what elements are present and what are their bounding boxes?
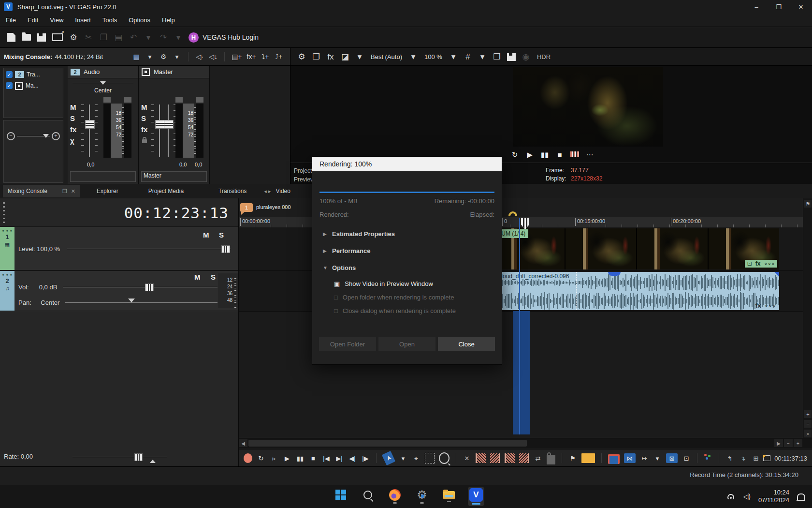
record[interactable] bbox=[244, 453, 252, 463]
pan-slider-handle[interactable] bbox=[128, 299, 135, 302]
event-fx-icon[interactable]: fx bbox=[755, 260, 761, 267]
checkbox-icon[interactable]: ✓ bbox=[6, 82, 13, 89]
rate-slider[interactable] bbox=[72, 457, 167, 457]
more-icon[interactable]: ∘∘∘ bbox=[765, 302, 776, 309]
volume-icon[interactable]: ◁) bbox=[743, 493, 750, 500]
pan-crop-icon[interactable]: ⊡ bbox=[747, 260, 752, 267]
taskbar-explorer[interactable] bbox=[441, 487, 457, 506]
volume-slider-handle[interactable] bbox=[145, 284, 154, 291]
loop-playback[interactable]: ↻ bbox=[510, 149, 519, 160]
video-output-fx[interactable]: fx bbox=[326, 51, 335, 62]
tab-video[interactable]: Video bbox=[271, 185, 295, 197]
insert-marker[interactable]: ⚑ bbox=[568, 453, 577, 463]
audio-event-clip[interactable]: p_loud_drift_corrected-0.096 fx∘∘∘ bbox=[483, 272, 779, 310]
solo-button[interactable]: S bbox=[219, 231, 224, 239]
fx-button[interactable]: fx bbox=[141, 126, 151, 134]
minimize-button[interactable]: – bbox=[745, 0, 768, 14]
play[interactable]: ▶ bbox=[283, 453, 291, 463]
track-header-video[interactable]: ● ● ● 1 ▦ M S Level: 100,0 % bbox=[0, 226, 238, 270]
menu-options[interactable]: Options bbox=[123, 16, 156, 24]
loop-playback[interactable]: ↻ bbox=[257, 453, 265, 463]
envelope-edit-tool[interactable]: ⌖ bbox=[412, 453, 420, 463]
auto-crossfade[interactable]: ⋈ bbox=[624, 453, 636, 463]
notifications-bell-icon[interactable] bbox=[797, 493, 805, 500]
preview-quality-dropdown[interactable]: ▾ bbox=[409, 51, 418, 62]
pan-handle[interactable] bbox=[100, 81, 106, 85]
play-from-start[interactable]: ▹ bbox=[270, 453, 278, 463]
vegas-hub-login[interactable]: VEGAS Hub Login bbox=[203, 33, 259, 41]
mute-button[interactable]: M bbox=[141, 104, 151, 111]
vertical-scrollbar[interactable]: ⚑ + − ⌕ bbox=[803, 198, 812, 438]
playhead-line[interactable] bbox=[519, 218, 520, 434]
slip-trim-start[interactable] bbox=[505, 453, 515, 463]
volume-fader[interactable] bbox=[81, 105, 98, 157]
close-button[interactable]: Close bbox=[438, 337, 495, 351]
menu-edit[interactable]: Edit bbox=[22, 16, 44, 24]
open-project[interactable] bbox=[22, 34, 31, 41]
mixer-views[interactable]: ▦ bbox=[132, 51, 141, 62]
strip-footer[interactable] bbox=[70, 171, 136, 182]
insert-bus[interactable]: ⤵+ bbox=[261, 51, 270, 62]
track-zoom-out-button[interactable]: − bbox=[804, 420, 812, 428]
wifi-icon[interactable] bbox=[727, 494, 735, 499]
start-button[interactable] bbox=[333, 487, 349, 506]
grid-overlay[interactable]: # bbox=[464, 51, 472, 62]
dialog-title[interactable]: Rendering: 100% bbox=[312, 157, 502, 171]
insert-input-bus[interactable]: ⤴+ bbox=[275, 51, 283, 62]
audio-clip-buttons[interactable]: fx∘∘∘ bbox=[755, 302, 776, 309]
section-performance[interactable]: ▶Performance bbox=[323, 247, 494, 254]
taskbar-vegas[interactable]: V bbox=[468, 487, 484, 506]
project-video-properties[interactable]: ⚙ bbox=[297, 51, 306, 62]
new-project[interactable] bbox=[7, 33, 15, 42]
fx-button[interactable]: fx bbox=[70, 126, 80, 134]
section-estimated-properties[interactable]: ▶Estimated Properties bbox=[323, 230, 494, 238]
volume-slider[interactable] bbox=[63, 287, 218, 287]
stop[interactable]: ■ bbox=[555, 149, 564, 160]
marker-tag[interactable]: 1 bbox=[240, 203, 253, 212]
selection-time[interactable]: 00:11:37:13 bbox=[774, 455, 807, 462]
ignore-event-grouping[interactable]: ⊡ bbox=[682, 453, 691, 463]
more-options[interactable]: ⋯ bbox=[585, 149, 594, 160]
cursor-timecode[interactable]: 00:12:23:13 bbox=[124, 204, 229, 222]
solo-button[interactable]: S bbox=[70, 115, 80, 122]
grid-overlay-dropdown[interactable]: ▾ bbox=[478, 51, 487, 62]
trim-event-end[interactable] bbox=[490, 453, 500, 463]
level-slider[interactable] bbox=[67, 249, 231, 249]
enable-snapping[interactable] bbox=[608, 454, 620, 464]
scroll-right-button[interactable]: ▶ bbox=[774, 439, 783, 447]
external-monitor[interactable]: ❐ bbox=[312, 51, 320, 62]
solo-button[interactable]: S bbox=[211, 273, 216, 281]
zoom-in-icon[interactable]: + bbox=[52, 132, 60, 140]
track-header-audio[interactable]: ● ● ● 2 ♫ M S Vol: 0,0 dB Pan: Center bbox=[0, 270, 238, 311]
auto-ripple[interactable]: ↦ bbox=[640, 453, 649, 463]
level-slider-handle[interactable] bbox=[221, 245, 230, 253]
mixer-properties[interactable]: ⚙ bbox=[159, 51, 168, 62]
tab-project-media[interactable]: Project Media bbox=[144, 185, 188, 197]
option-show-video-in-preview-window[interactable]: ▣Show Video in Preview Window bbox=[334, 280, 496, 287]
taskbar-settings[interactable]: ⚙ bbox=[414, 487, 430, 506]
rate-slider-handle[interactable] bbox=[134, 453, 143, 461]
open-in-new-window[interactable] bbox=[52, 33, 63, 41]
menu-help[interactable]: Help bbox=[156, 16, 181, 24]
track-zoom-in-button[interactable]: + bbox=[804, 410, 812, 418]
event-fx-icon[interactable]: fx bbox=[755, 302, 761, 309]
insert-assignable-fx[interactable]: fx+ bbox=[247, 51, 256, 62]
tab-explorer[interactable]: Explorer bbox=[92, 185, 123, 197]
auto-ripple-dropdown[interactable]: ▾ bbox=[653, 453, 662, 463]
go-to-start[interactable]: |◀ bbox=[322, 453, 331, 463]
lock-icon[interactable] bbox=[142, 139, 147, 143]
video-event-clip[interactable]: DRUM (1/ 4) ⊡fx∘∘∘ bbox=[493, 228, 779, 269]
split-screen[interactable] bbox=[570, 151, 579, 157]
envelope-point[interactable] bbox=[608, 272, 621, 276]
project-properties[interactable]: ⚙ bbox=[69, 32, 78, 43]
pause[interactable]: ▮▮ bbox=[296, 453, 304, 463]
mute-button[interactable]: M bbox=[203, 231, 209, 239]
menu-view[interactable]: View bbox=[44, 16, 69, 24]
section-options[interactable]: ▼Options bbox=[323, 264, 494, 271]
track-color-strip[interactable]: ● ● ● 2 ♫ bbox=[0, 271, 14, 311]
lock-envelopes[interactable]: ⊠ bbox=[666, 453, 678, 463]
scroll-left-button[interactable]: ◀ bbox=[239, 439, 247, 447]
zoom-slider-handle[interactable] bbox=[43, 134, 49, 138]
more-icon[interactable]: ∘∘∘ bbox=[764, 260, 775, 267]
track-color-strip[interactable]: ● ● ● 1 ▦ bbox=[0, 227, 14, 270]
